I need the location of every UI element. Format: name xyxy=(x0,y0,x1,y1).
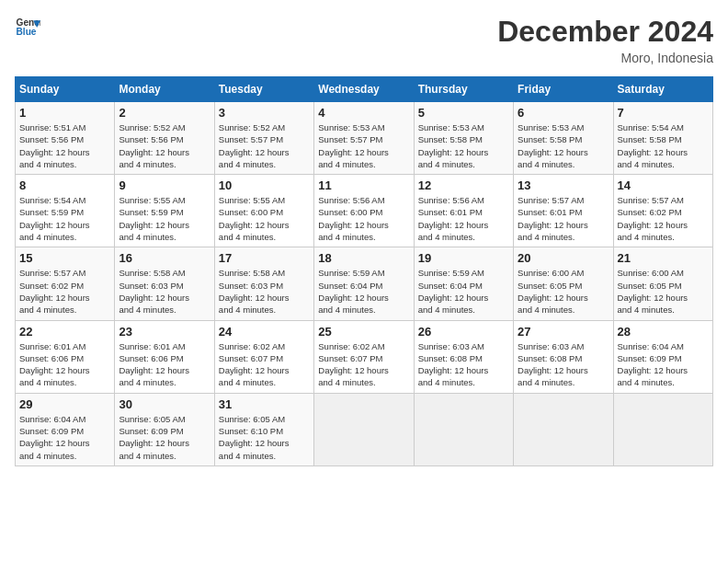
day-number: 10 xyxy=(219,178,310,192)
calendar-cell: 10Sunrise: 5:55 AMSunset: 6:00 PMDayligh… xyxy=(214,175,313,247)
day-detail: Sunrise: 5:57 AMSunset: 6:02 PMDaylight:… xyxy=(618,194,709,243)
day-number: 31 xyxy=(219,397,310,411)
day-detail: Sunrise: 5:52 AMSunset: 5:57 PMDaylight:… xyxy=(219,121,310,170)
calendar-cell: 4Sunrise: 5:53 AMSunset: 5:57 PMDaylight… xyxy=(314,102,414,175)
day-number: 18 xyxy=(318,251,409,265)
calendar-cell: 7Sunrise: 5:54 AMSunset: 5:58 PMDaylight… xyxy=(613,102,712,175)
calendar-cell: 6Sunrise: 5:53 AMSunset: 5:58 PMDaylight… xyxy=(514,102,613,175)
calendar-cell: 26Sunrise: 6:03 AMSunset: 6:08 PMDayligh… xyxy=(414,320,513,393)
day-number: 1 xyxy=(19,106,110,120)
day-number: 26 xyxy=(418,325,509,339)
calendar-cell xyxy=(514,393,613,465)
day-number: 21 xyxy=(618,251,709,265)
calendar-cell: 5Sunrise: 5:53 AMSunset: 5:58 PMDaylight… xyxy=(414,102,513,175)
day-detail: Sunrise: 6:00 AMSunset: 6:05 PMDaylight:… xyxy=(618,267,709,316)
day-detail: Sunrise: 6:01 AMSunset: 6:06 PMDaylight:… xyxy=(19,340,110,389)
day-detail: Sunrise: 5:53 AMSunset: 5:58 PMDaylight:… xyxy=(518,121,609,170)
calendar-cell: 21Sunrise: 6:00 AMSunset: 6:05 PMDayligh… xyxy=(613,247,712,320)
day-number: 23 xyxy=(119,325,210,339)
day-number: 8 xyxy=(19,178,110,192)
calendar-cell: 29Sunrise: 6:04 AMSunset: 6:09 PMDayligh… xyxy=(16,393,115,465)
day-detail: Sunrise: 6:04 AMSunset: 6:09 PMDaylight:… xyxy=(19,413,110,462)
calendar-cell: 27Sunrise: 6:03 AMSunset: 6:08 PMDayligh… xyxy=(514,320,613,393)
calendar-cell xyxy=(613,393,712,465)
month-title: December 2024 xyxy=(497,15,713,49)
day-number: 15 xyxy=(19,251,110,265)
col-header-sunday: Sunday xyxy=(16,77,115,102)
day-number: 16 xyxy=(119,251,210,265)
day-number: 7 xyxy=(618,106,709,120)
day-number: 12 xyxy=(418,178,509,192)
day-number: 4 xyxy=(318,106,409,120)
day-number: 5 xyxy=(418,106,509,120)
day-detail: Sunrise: 5:51 AMSunset: 5:56 PMDaylight:… xyxy=(19,121,110,170)
calendar-cell: 3Sunrise: 5:52 AMSunset: 5:57 PMDaylight… xyxy=(214,102,313,175)
calendar-cell: 19Sunrise: 5:59 AMSunset: 6:04 PMDayligh… xyxy=(414,247,513,320)
calendar-cell: 14Sunrise: 5:57 AMSunset: 6:02 PMDayligh… xyxy=(613,175,712,247)
day-number: 22 xyxy=(19,325,110,339)
day-detail: Sunrise: 5:54 AMSunset: 5:59 PMDaylight:… xyxy=(19,194,110,243)
day-detail: Sunrise: 6:03 AMSunset: 6:08 PMDaylight:… xyxy=(518,340,609,389)
day-detail: Sunrise: 6:04 AMSunset: 6:09 PMDaylight:… xyxy=(618,340,709,389)
day-detail: Sunrise: 5:53 AMSunset: 5:58 PMDaylight:… xyxy=(418,121,509,170)
day-detail: Sunrise: 5:55 AMSunset: 6:00 PMDaylight:… xyxy=(219,194,310,243)
calendar-cell: 9Sunrise: 5:55 AMSunset: 5:59 PMDaylight… xyxy=(115,175,214,247)
day-detail: Sunrise: 6:02 AMSunset: 6:07 PMDaylight:… xyxy=(219,340,310,389)
calendar-cell xyxy=(414,393,513,465)
day-number: 2 xyxy=(119,106,210,120)
day-detail: Sunrise: 5:58 AMSunset: 6:03 PMDaylight:… xyxy=(119,267,210,316)
col-header-friday: Friday xyxy=(514,77,613,102)
logo: General Blue xyxy=(15,15,40,40)
day-detail: Sunrise: 5:57 AMSunset: 6:01 PMDaylight:… xyxy=(518,194,609,243)
day-number: 3 xyxy=(219,106,310,120)
day-detail: Sunrise: 6:00 AMSunset: 6:05 PMDaylight:… xyxy=(518,267,609,316)
title-block: December 2024 Moro, Indonesia xyxy=(497,15,713,65)
calendar-cell: 12Sunrise: 5:56 AMSunset: 6:01 PMDayligh… xyxy=(414,175,513,247)
col-header-thursday: Thursday xyxy=(414,77,513,102)
calendar-cell: 22Sunrise: 6:01 AMSunset: 6:06 PMDayligh… xyxy=(16,320,115,393)
day-number: 13 xyxy=(518,178,609,192)
day-detail: Sunrise: 5:54 AMSunset: 5:58 PMDaylight:… xyxy=(618,121,709,170)
col-header-saturday: Saturday xyxy=(613,77,712,102)
calendar-cell: 16Sunrise: 5:58 AMSunset: 6:03 PMDayligh… xyxy=(115,247,214,320)
day-number: 19 xyxy=(418,251,509,265)
day-detail: Sunrise: 5:56 AMSunset: 6:01 PMDaylight:… xyxy=(418,194,509,243)
day-number: 27 xyxy=(518,325,609,339)
calendar-cell: 31Sunrise: 6:05 AMSunset: 6:10 PMDayligh… xyxy=(214,393,313,465)
col-header-wednesday: Wednesday xyxy=(314,77,414,102)
day-number: 29 xyxy=(19,397,110,411)
calendar-cell: 20Sunrise: 6:00 AMSunset: 6:05 PMDayligh… xyxy=(514,247,613,320)
day-detail: Sunrise: 6:03 AMSunset: 6:08 PMDaylight:… xyxy=(418,340,509,389)
day-number: 9 xyxy=(119,178,210,192)
calendar-cell: 11Sunrise: 5:56 AMSunset: 6:00 PMDayligh… xyxy=(314,175,414,247)
day-detail: Sunrise: 5:59 AMSunset: 6:04 PMDaylight:… xyxy=(418,267,509,316)
day-number: 6 xyxy=(518,106,609,120)
day-detail: Sunrise: 6:01 AMSunset: 6:06 PMDaylight:… xyxy=(119,340,210,389)
calendar-cell: 2Sunrise: 5:52 AMSunset: 5:56 PMDaylight… xyxy=(115,102,214,175)
page-header: General Blue December 2024 Moro, Indones… xyxy=(15,15,713,65)
day-number: 25 xyxy=(318,325,409,339)
day-detail: Sunrise: 5:55 AMSunset: 5:59 PMDaylight:… xyxy=(119,194,210,243)
day-number: 11 xyxy=(318,178,409,192)
day-number: 30 xyxy=(119,397,210,411)
col-header-monday: Monday xyxy=(115,77,214,102)
day-detail: Sunrise: 6:05 AMSunset: 6:10 PMDaylight:… xyxy=(219,413,310,462)
day-detail: Sunrise: 5:58 AMSunset: 6:03 PMDaylight:… xyxy=(219,267,310,316)
calendar-cell: 17Sunrise: 5:58 AMSunset: 6:03 PMDayligh… xyxy=(214,247,313,320)
calendar-table: SundayMondayTuesdayWednesdayThursdayFrid… xyxy=(15,76,713,466)
day-number: 17 xyxy=(219,251,310,265)
day-detail: Sunrise: 5:57 AMSunset: 6:02 PMDaylight:… xyxy=(19,267,110,316)
location: Moro, Indonesia xyxy=(497,51,713,65)
day-detail: Sunrise: 5:56 AMSunset: 6:00 PMDaylight:… xyxy=(318,194,409,243)
calendar-cell: 13Sunrise: 5:57 AMSunset: 6:01 PMDayligh… xyxy=(514,175,613,247)
calendar-cell: 8Sunrise: 5:54 AMSunset: 5:59 PMDaylight… xyxy=(16,175,115,247)
calendar-cell: 25Sunrise: 6:02 AMSunset: 6:07 PMDayligh… xyxy=(314,320,414,393)
calendar-cell: 24Sunrise: 6:02 AMSunset: 6:07 PMDayligh… xyxy=(214,320,313,393)
day-detail: Sunrise: 5:52 AMSunset: 5:56 PMDaylight:… xyxy=(119,121,210,170)
calendar-cell: 18Sunrise: 5:59 AMSunset: 6:04 PMDayligh… xyxy=(314,247,414,320)
col-header-tuesday: Tuesday xyxy=(214,77,313,102)
calendar-cell: 28Sunrise: 6:04 AMSunset: 6:09 PMDayligh… xyxy=(613,320,712,393)
logo-icon: General Blue xyxy=(15,15,40,40)
calendar-cell: 1Sunrise: 5:51 AMSunset: 5:56 PMDaylight… xyxy=(16,102,115,175)
day-number: 28 xyxy=(618,325,709,339)
